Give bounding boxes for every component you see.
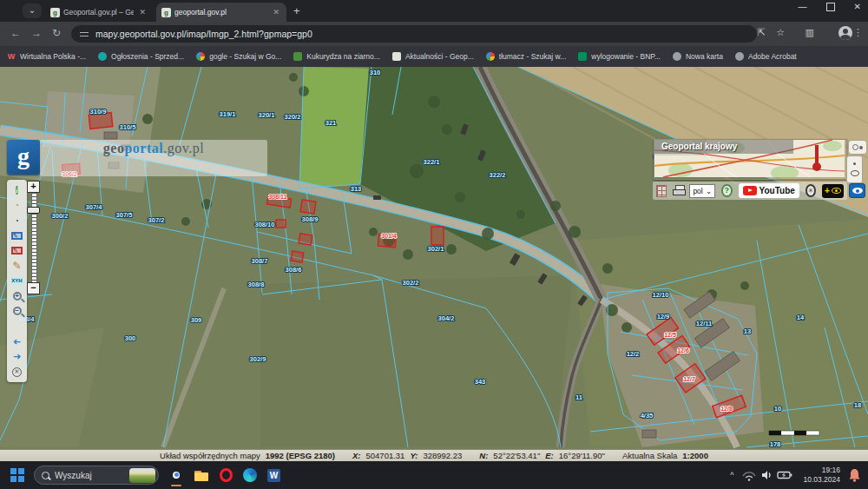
parcel-label: 307/5	[116, 211, 133, 219]
parcel-label: 12/6	[677, 347, 689, 354]
parcel-label: 308/6	[286, 266, 302, 274]
bookmark-item[interactable]: Nowa karta	[673, 52, 723, 61]
map-tools-button[interactable]	[848, 140, 867, 155]
minimap-marker	[815, 145, 819, 164]
zoom-slider-handle[interactable]	[27, 207, 40, 214]
chrome-icon[interactable]	[169, 468, 184, 483]
coordinates-tool[interactable]: XYH	[11, 274, 23, 287]
taskbar-clock[interactable]: 19:16 10.03.2024	[803, 466, 840, 484]
full-extent-tool[interactable]	[11, 320, 23, 333]
start-button[interactable]	[10, 468, 24, 482]
search-highlight-thumbnail[interactable]	[129, 468, 155, 483]
taskbar-search[interactable]: Wyszukaj	[34, 466, 159, 485]
bookmark-item[interactable]: gogle - Szukaj w Go...	[196, 52, 281, 61]
view-previous-tool[interactable]: ➜	[11, 335, 23, 347]
word-icon[interactable]: W	[267, 469, 280, 482]
zoom-out-button[interactable]: −	[27, 282, 40, 294]
parcel-label: 304/2	[438, 314, 455, 322]
zoom-out-tool-icon: −	[13, 307, 22, 315]
help-icon[interactable]: ?	[721, 184, 733, 197]
y-value: 328992.23	[423, 451, 462, 460]
eye-icon	[852, 188, 863, 194]
tab-geoportal-home[interactable]: g Geoportal.gov.pl – Geoportal In ✕	[45, 3, 153, 22]
minimize-button[interactable]: —	[799, 2, 807, 11]
file-explorer-icon[interactable]	[194, 468, 209, 483]
zoom-in-tool-icon: +	[13, 292, 22, 301]
parcel-label: 4/35	[641, 412, 654, 420]
layer-visibility-panel[interactable]	[846, 155, 863, 183]
parcel-label: 12/10	[653, 291, 669, 299]
geoportal-logo[interactable]: g	[7, 140, 40, 175]
side-panel-icon[interactable]: ▥	[806, 27, 814, 38]
tab-close-icon[interactable]: ✕	[271, 8, 281, 17]
bookmark-item[interactable]: Kukurydza na ziarno...	[293, 52, 380, 61]
browser-menu-icon[interactable]: ⋮	[853, 27, 863, 38]
search-placeholder: Wyszukaj	[55, 471, 124, 480]
bookmark-star-icon[interactable]: ☆	[776, 27, 785, 38]
scale-value: 1:2000	[682, 451, 708, 460]
info-tool[interactable]: i	[11, 184, 23, 196]
print-icon[interactable]	[673, 185, 683, 197]
tab-close-icon[interactable]: ✕	[137, 8, 148, 17]
bookmark-item[interactable]: Aktualności - Geop...	[392, 52, 474, 61]
opera-icon[interactable]	[220, 468, 233, 482]
parcel-label: 310/5	[120, 123, 136, 131]
zoom-in-tool[interactable]: +	[11, 290, 23, 302]
overview-minimap[interactable]: Geoportal krajowy	[654, 139, 847, 180]
zoom-in-button[interactable]: +	[27, 181, 40, 193]
language-select[interactable]: pol⌄	[689, 184, 715, 198]
legend-icon[interactable]	[656, 185, 667, 197]
parcel-label: 300	[125, 334, 136, 342]
edge-icon[interactable]	[243, 468, 257, 482]
visibility-button[interactable]	[849, 183, 865, 198]
geoportal-favicon: g	[161, 8, 171, 17]
windows-taskbar: Wyszukaj W ^ 19:16	[0, 461, 868, 489]
select-remove-tool[interactable]: ✎	[11, 245, 23, 257]
back-icon[interactable]: ←	[10, 27, 21, 39]
notification-bell-icon[interactable]	[848, 467, 861, 483]
bookmark-item[interactable]: wylogowanie - BNP...	[578, 52, 661, 61]
forward-icon[interactable]: →	[31, 27, 42, 39]
maximize-button[interactable]	[826, 3, 835, 11]
profile-avatar[interactable]	[838, 26, 852, 40]
tab-search-button[interactable]: ⌄	[23, 3, 42, 18]
eye-icon	[851, 170, 859, 176]
contrast-toggle[interactable]: +	[822, 184, 844, 198]
zoom-out-tool[interactable]: −	[11, 305, 23, 317]
zoom-slider: + −	[27, 181, 41, 295]
new-tab-button[interactable]: +	[293, 4, 300, 17]
site-settings-icon[interactable]	[80, 30, 89, 38]
youtube-button[interactable]: YouTube	[739, 183, 799, 198]
address-bar[interactable]: mapy.geoportal.gov.pl/imap/Imgp_2.html?g…	[71, 25, 757, 43]
tab-geoportal-map[interactable]: g geoportal.gov.pl ✕	[156, 3, 286, 22]
view-previous-tool-icon: ➜	[13, 336, 21, 347]
teal-favicon	[98, 52, 107, 61]
parcel-label: 10	[774, 405, 781, 413]
url-text: mapy.geoportal.gov.pl/imap/Imgp_2.html?g…	[95, 25, 312, 43]
plant-favicon	[293, 52, 302, 61]
tray-status-icons[interactable]	[741, 468, 795, 482]
bookmark-item[interactable]: WWirtualna Polska -...	[7, 52, 86, 61]
parcel-label: 302/9	[250, 355, 266, 363]
reload-icon[interactable]: ↻	[52, 27, 61, 39]
youtube-play-icon	[743, 186, 757, 195]
map-canvas[interactable]: 310/9310/5319/1320/1320/2310321322/1322/…	[0, 67, 868, 449]
n-value: 52°22'53.41"	[493, 451, 540, 460]
bookmark-item[interactable]: tłumacz - Szukaj w...	[486, 52, 566, 61]
attribute-table-tool-icon	[16, 220, 18, 221]
share-icon[interactable]: ⇱	[758, 27, 766, 38]
clear-selection-tool[interactable]: ✕	[11, 366, 23, 378]
close-button[interactable]: ✕	[854, 2, 861, 11]
draw-measure-tool[interactable]: ✎	[11, 260, 23, 272]
bookmark-label: tłumacz - Szukaj w...	[499, 52, 566, 61]
attribute-table-tool[interactable]	[11, 215, 23, 227]
tray-chevron-icon[interactable]: ^	[730, 471, 733, 479]
accessibility-icon[interactable]: ✳	[806, 184, 817, 197]
bookmark-item[interactable]: Adobe Acrobat	[735, 52, 797, 61]
clock-date: 10.03.2024	[803, 475, 840, 485]
select-area-tool[interactable]: ✎	[11, 229, 23, 241]
identify-tool[interactable]	[11, 199, 23, 211]
view-next-tool[interactable]: ➜	[11, 351, 23, 363]
bookmark-item[interactable]: Ogłoszenia - Sprzed...	[98, 52, 184, 61]
map-viewport[interactable]: 310/9310/5319/1320/1320/2310321322/1322/…	[0, 67, 868, 449]
